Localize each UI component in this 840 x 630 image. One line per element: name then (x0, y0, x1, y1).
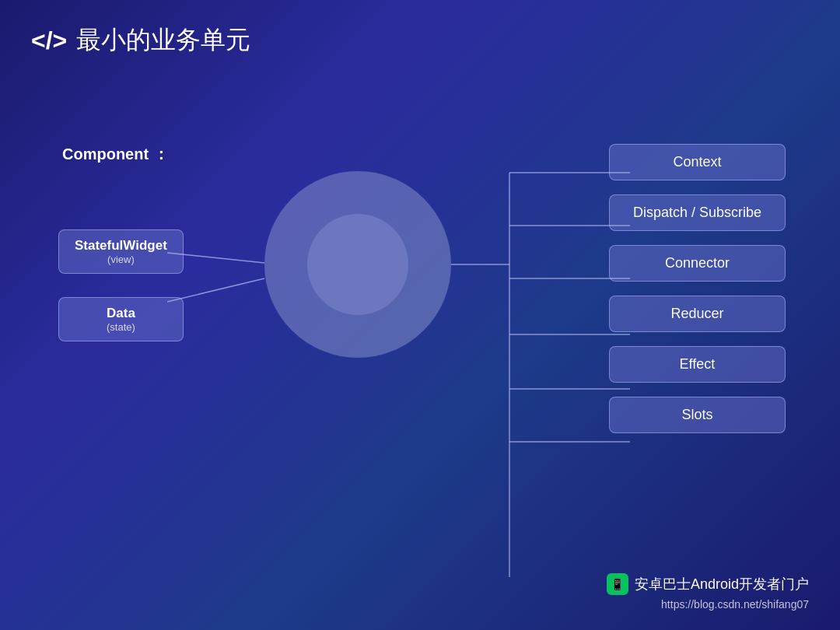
right-boxes: Context Dispatch / Subscribe Connector R… (609, 144, 786, 433)
footer: 📱 安卓巴士Android开发者门户 https://blog.csdn.net… (607, 573, 809, 611)
page-title: 最小的业务单元 (76, 23, 250, 58)
footer-brand: 📱 安卓巴士Android开发者门户 (607, 573, 809, 595)
component-label: Component ： (62, 144, 169, 165)
data-title: Data (75, 306, 167, 321)
effect-label: Effect (680, 356, 716, 372)
connector-box: Connector (609, 245, 786, 282)
slots-label: Slots (681, 407, 712, 422)
context-label: Context (673, 154, 721, 170)
center-circle (264, 171, 451, 358)
data-box: Data (state) (58, 297, 184, 341)
slots-box: Slots (609, 397, 786, 433)
footer-brand-text: 安卓巴士Android开发者门户 (635, 575, 809, 593)
connector-label: Connector (665, 255, 730, 271)
statefulwidget-box: StatefulWidget (view) (58, 229, 184, 274)
outer-circle (264, 171, 451, 358)
statefulwidget-subtitle: (view) (75, 254, 167, 265)
statefulwidget-title: StatefulWidget (75, 238, 167, 254)
code-icon: </> (31, 26, 67, 55)
inner-circle (307, 214, 408, 315)
context-box: Context (609, 144, 786, 180)
wechat-icon: 📱 (607, 573, 628, 595)
dispatch-subscribe-label: Dispatch / Subscribe (633, 205, 761, 220)
footer-url: https://blog.csdn.net/shifang07 (661, 598, 809, 611)
reducer-label: Reducer (670, 306, 723, 321)
header: </> 最小的业务单元 (31, 23, 250, 58)
left-boxes: StatefulWidget (view) Data (state) (58, 229, 184, 341)
dispatch-subscribe-box: Dispatch / Subscribe (609, 194, 786, 231)
reducer-box: Reducer (609, 296, 786, 332)
data-subtitle: (state) (75, 321, 167, 333)
effect-box: Effect (609, 346, 786, 383)
